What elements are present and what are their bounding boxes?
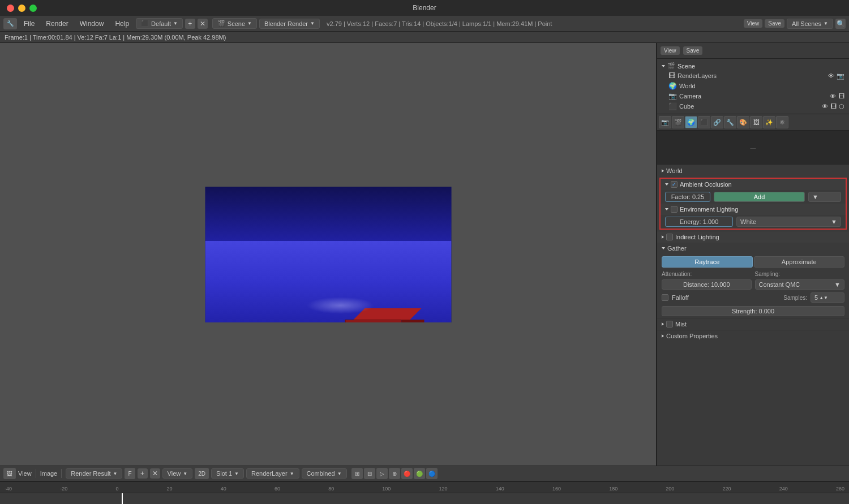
ao-add-button[interactable]: Add bbox=[714, 192, 805, 202]
falloff-checkbox[interactable] bbox=[662, 294, 668, 301]
custom-props-section[interactable]: Custom Properties bbox=[657, 330, 849, 342]
viewport[interactable] bbox=[0, 43, 657, 466]
display-mode-5[interactable]: 🔴 bbox=[401, 468, 413, 479]
mist-section[interactable]: Mist bbox=[657, 318, 849, 330]
cube-front-face bbox=[345, 320, 402, 322]
custom-props-label: Custom Properties bbox=[666, 333, 718, 339]
add-layout-button[interactable]: + bbox=[185, 19, 195, 29]
env-checkbox[interactable] bbox=[671, 206, 678, 213]
env-header[interactable]: Environment Lighting bbox=[661, 204, 846, 215]
search-button[interactable]: 🔍 bbox=[835, 19, 846, 29]
timeline-cursor[interactable] bbox=[122, 493, 123, 504]
scene-label: Scene bbox=[678, 63, 695, 70]
sampling-type-dropdown[interactable]: Constant QMC ▼ bbox=[755, 279, 845, 290]
f-button[interactable]: F bbox=[125, 468, 135, 479]
strength-field[interactable]: Strength: 0.000 bbox=[662, 306, 844, 316]
object-prop-icon[interactable]: ⬛ bbox=[698, 116, 710, 128]
editor-type-button[interactable]: 🔧 bbox=[3, 18, 17, 29]
bottom-image-label[interactable]: Image bbox=[40, 470, 58, 477]
render-engine-selector[interactable]: Blender Render ▼ bbox=[259, 19, 320, 29]
minimize-button[interactable] bbox=[18, 5, 25, 12]
mark-4: 40 bbox=[221, 486, 226, 492]
camera-render-icon: 🎞 bbox=[838, 93, 844, 100]
bottom-editor-bar: 🖼 View Image Render Result ▼ F + ✕ View … bbox=[0, 466, 849, 481]
material-icon[interactable]: 🎨 bbox=[737, 116, 749, 128]
renderlayers-item[interactable]: 🎞 RenderLayers 👁 📷 bbox=[657, 71, 849, 81]
view-selector[interactable]: View ▼ bbox=[162, 468, 193, 479]
gather-header[interactable]: Gather bbox=[657, 243, 849, 254]
world-item[interactable]: 🌍 World bbox=[657, 81, 849, 91]
bottom-view-label[interactable]: View bbox=[18, 470, 32, 477]
scene-selector[interactable]: 🎬 Scene ▼ bbox=[212, 18, 257, 29]
renderlayers-label: RenderLayers bbox=[678, 72, 717, 79]
bottom-editor-type[interactable]: 🖼 bbox=[3, 468, 16, 479]
camera-item[interactable]: 📷 Camera 👁 🎞 bbox=[657, 91, 849, 101]
render-result-selector[interactable]: Render Result ▼ bbox=[66, 468, 122, 479]
approximate-button[interactable]: Approximate bbox=[754, 256, 845, 268]
constraint-icon[interactable]: 🔗 bbox=[711, 116, 723, 128]
add-slot-button[interactable]: + bbox=[138, 468, 148, 479]
scene-header: 🎬 Scene bbox=[657, 61, 849, 71]
scene-prop-icon[interactable]: 🎬 bbox=[672, 116, 684, 128]
env-energy-field[interactable]: Energy: 1.000 bbox=[665, 217, 733, 227]
cube-item[interactable]: ⬛ Cube 👁 🎞 ⬡ bbox=[657, 101, 849, 111]
close-layout-button[interactable]: ✕ bbox=[198, 19, 208, 29]
gather-values-row: Distance: 10.000 Constant QMC ▼ bbox=[657, 278, 849, 291]
display-mode-1[interactable]: ⊞ bbox=[351, 468, 363, 479]
camera-label: Camera bbox=[679, 93, 701, 100]
gather-label: Gather bbox=[667, 245, 687, 252]
ao-factor-field[interactable]: Factor: 0.25 bbox=[665, 192, 710, 202]
display-mode-3[interactable]: ▷ bbox=[376, 468, 388, 479]
samples-field[interactable]: 5 ▲▼ bbox=[811, 292, 844, 303]
timeline-track[interactable] bbox=[0, 493, 849, 504]
renderlayers-icons: 👁 📷 bbox=[828, 72, 844, 80]
save-prop-button[interactable]: Save bbox=[683, 46, 703, 55]
2d-view-button[interactable]: 2D bbox=[195, 468, 209, 479]
mark-3: 20 bbox=[167, 486, 173, 492]
maximize-button[interactable] bbox=[29, 5, 37, 12]
view-prop-button[interactable]: View bbox=[661, 46, 680, 55]
texture-icon[interactable]: 🖼 bbox=[750, 116, 762, 128]
samples-label: Samples: bbox=[783, 295, 807, 301]
display-mode-4[interactable]: ⊕ bbox=[389, 468, 400, 479]
falloff-samples-row: Falloff Samples: 5 ▲▼ bbox=[657, 291, 849, 304]
window-menu[interactable]: Window bbox=[75, 19, 109, 29]
eye-icon: 👁 bbox=[828, 72, 834, 80]
raytrace-button[interactable]: Raytrace bbox=[662, 256, 753, 268]
indirect-checkbox[interactable] bbox=[666, 234, 673, 240]
display-mode-2[interactable]: ⊟ bbox=[364, 468, 375, 479]
distance-field[interactable]: Distance: 10.000 bbox=[662, 279, 752, 290]
indirect-header[interactable]: Indirect Lighting bbox=[657, 231, 849, 243]
ao-factor-row: Factor: 0.25 Add ▼ bbox=[661, 190, 846, 204]
display-mode-7[interactable]: 🔵 bbox=[426, 468, 438, 479]
all-scenes-selector[interactable]: All Scenes ▼ bbox=[787, 19, 833, 29]
render-menu[interactable]: Render bbox=[41, 19, 72, 29]
render-icon[interactable]: 📷 bbox=[659, 116, 671, 128]
slot-selector[interactable]: Slot 1 ▼ bbox=[211, 468, 244, 479]
ao-add-dropdown[interactable]: ▼ bbox=[808, 192, 841, 202]
combined-selector[interactable]: Combined ▼ bbox=[302, 468, 347, 479]
world-section-header[interactable]: World bbox=[657, 165, 849, 176]
help-menu[interactable]: Help bbox=[110, 19, 134, 29]
mark-0: -40 bbox=[5, 486, 12, 492]
particle-icon[interactable]: ✨ bbox=[763, 116, 775, 128]
file-menu[interactable]: File bbox=[19, 19, 39, 29]
app-title: Blender bbox=[413, 4, 436, 12]
world-prop-icon[interactable]: 🌍 bbox=[685, 116, 697, 128]
cube-label: Cube bbox=[679, 103, 694, 110]
modifier-icon[interactable]: 🔧 bbox=[724, 116, 736, 128]
env-color-dropdown[interactable]: White ▼ bbox=[736, 217, 841, 227]
mark-1: -20 bbox=[60, 486, 67, 492]
layout-selector[interactable]: ⬛ Default ▼ bbox=[136, 18, 183, 29]
remove-slot-button[interactable]: ✕ bbox=[150, 468, 160, 479]
renderlayer-selector[interactable]: RenderLayer ▼ bbox=[246, 468, 299, 479]
physics-icon[interactable]: ⚛ bbox=[776, 116, 788, 128]
ao-header[interactable]: ✓ Ambient Occlusion bbox=[661, 179, 846, 190]
ao-checkbox[interactable]: ✓ bbox=[671, 181, 678, 188]
display-mode-6[interactable]: 🟢 bbox=[414, 468, 425, 479]
env-label: Environment Lighting bbox=[680, 206, 738, 213]
close-button[interactable] bbox=[7, 5, 14, 12]
view-button[interactable]: View bbox=[744, 19, 763, 28]
save-button[interactable]: Save bbox=[765, 19, 784, 28]
mist-checkbox[interactable] bbox=[666, 321, 673, 328]
